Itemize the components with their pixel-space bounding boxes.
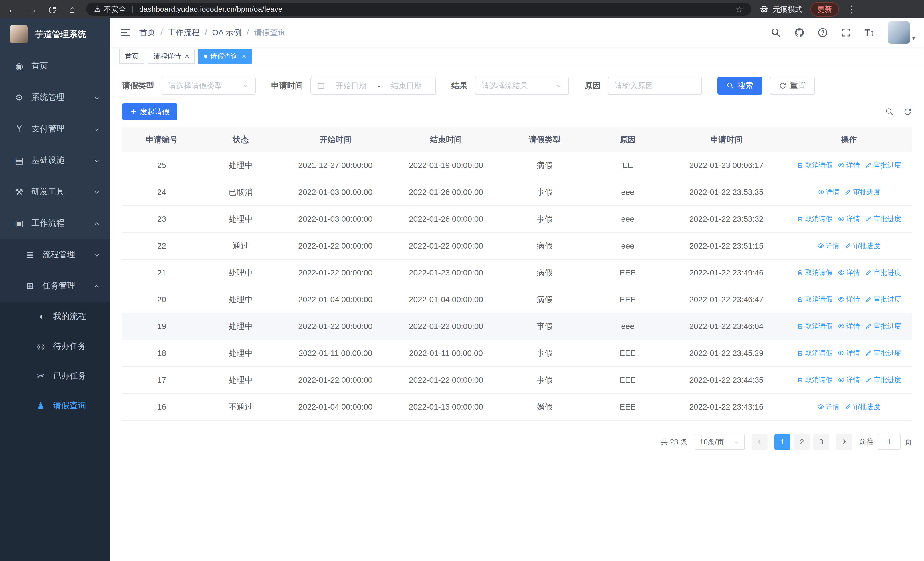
tab-流程详情[interactable]: 流程详情×: [148, 49, 195, 64]
progress-action[interactable]: 审批进度: [865, 295, 901, 304]
cancel-action[interactable]: 取消请假: [797, 268, 832, 277]
cell-actions: 取消请假详情审批进度: [786, 259, 912, 286]
sidebar-item-my-process[interactable]: ◖我的流程: [0, 302, 110, 331]
reset-button[interactable]: 重置: [770, 77, 815, 95]
refresh-table-icon[interactable]: [903, 107, 912, 116]
goto-page-input[interactable]: [878, 434, 901, 450]
sidebar-logo[interactable]: 芋道管理系统: [0, 18, 110, 50]
table-row: 20处理中2022-01-04 00:00:002022-01-04 00:00…: [122, 286, 912, 313]
sidebar-item-task-mgmt[interactable]: ⊞任务管理: [0, 270, 110, 302]
tab-首页[interactable]: 首页: [119, 49, 144, 64]
cancel-action[interactable]: 取消请假: [797, 375, 832, 385]
breadcrumb-item[interactable]: 首页: [139, 27, 155, 38]
goto-label: 前往: [859, 437, 874, 447]
sidebar-item-payment-mgmt[interactable]: ¥支付管理: [0, 113, 110, 144]
sidebar-item-home[interactable]: ◉首页: [0, 50, 110, 82]
breadcrumb-item[interactable]: OA 示例: [212, 27, 242, 38]
browser-menu-icon[interactable]: ⋮: [847, 3, 856, 15]
cancel-action[interactable]: 取消请假: [797, 349, 832, 358]
cancel-action[interactable]: 取消请假: [797, 161, 832, 170]
sidebar-item-dev-tools[interactable]: ⚒研发工具: [0, 176, 110, 208]
detail-action[interactable]: 详情: [838, 295, 860, 304]
sidebar-item-infrastructure[interactable]: ▤基础设施: [0, 144, 110, 176]
progress-action[interactable]: 审批进度: [844, 187, 880, 197]
search-button[interactable]: 搜索: [717, 77, 762, 95]
next-page-button[interactable]: [836, 434, 852, 450]
progress-action[interactable]: 审批进度: [865, 214, 901, 223]
cancel-action[interactable]: 取消请假: [797, 322, 832, 331]
progress-action[interactable]: 审批进度: [865, 375, 901, 385]
help-icon[interactable]: [818, 27, 828, 38]
search-icon[interactable]: [771, 27, 781, 38]
detail-action[interactable]: 详情: [838, 214, 860, 223]
sidebar-item-workflow[interactable]: ▣工作流程: [0, 208, 110, 239]
progress-action[interactable]: 审批进度: [865, 268, 901, 277]
cancel-action[interactable]: 取消请假: [797, 214, 832, 223]
result-label: 结果: [452, 80, 467, 91]
security-warning[interactable]: ⚠ 不安全: [94, 4, 126, 14]
menu-fold-icon[interactable]: [119, 27, 131, 39]
progress-action[interactable]: 审批进度: [865, 322, 901, 331]
cancel-action[interactable]: 取消请假: [797, 295, 832, 304]
cell-start: 2022-01-03 00:00:00: [280, 179, 391, 206]
reason-input[interactable]: [615, 81, 695, 90]
sidebar-item-leave-query[interactable]: ♟请假查询: [0, 391, 110, 420]
url-text: dashboard.yudao.iocoder.cn/bpm/oa/leave: [139, 5, 282, 14]
logo-avatar: [10, 25, 28, 44]
bookmark-star-icon[interactable]: ☆: [735, 4, 743, 14]
breadcrumb-separator: /: [246, 28, 249, 37]
result-select[interactable]: 请选择流结果: [475, 77, 569, 95]
total-count: 共 23 条: [661, 437, 688, 447]
progress-action[interactable]: 审批进度: [844, 402, 880, 411]
sidebar-item-system-mgmt[interactable]: ⚙系统管理: [0, 82, 110, 113]
hide-search-icon[interactable]: [885, 107, 894, 116]
cell-apply-time: 2022-01-22 23:46:47: [667, 286, 786, 313]
sidebar-item-process-mgmt[interactable]: ≣流程管理: [0, 239, 110, 270]
github-icon[interactable]: [794, 27, 804, 38]
detail-action[interactable]: 详情: [817, 402, 840, 411]
forward-button[interactable]: →: [26, 4, 38, 15]
page-size-select[interactable]: 10条/页: [694, 434, 745, 450]
detail-action[interactable]: 详情: [817, 187, 840, 197]
detail-action[interactable]: 详情: [838, 375, 860, 385]
close-icon[interactable]: ×: [242, 53, 246, 60]
sidebar-item-todo-tasks[interactable]: ◎待办任务: [0, 331, 110, 361]
page-button-2[interactable]: 2: [794, 434, 810, 450]
chevron-down-icon: [93, 156, 100, 165]
detail-action[interactable]: 详情: [838, 268, 860, 277]
page-button-3[interactable]: 3: [813, 434, 829, 450]
sidebar-item-done-tasks[interactable]: ✂已办任务: [0, 361, 110, 391]
back-button[interactable]: ←: [6, 4, 18, 15]
detail-action[interactable]: 详情: [838, 322, 860, 331]
detail-action[interactable]: 详情: [838, 349, 860, 358]
font-size-icon[interactable]: T↕: [864, 27, 874, 38]
user-avatar[interactable]: ▾: [888, 21, 915, 44]
fullscreen-icon[interactable]: [841, 27, 851, 38]
detail-action[interactable]: 详情: [817, 241, 840, 250]
progress-action[interactable]: 审批进度: [844, 241, 880, 250]
tab-请假查询[interactable]: 请假查询×: [198, 49, 252, 64]
home-button[interactable]: ⌂: [66, 4, 78, 15]
apply-time-range-picker[interactable]: 开始日期 - 结束日期: [310, 77, 436, 95]
cell-status: 处理中: [201, 152, 280, 179]
filter-form: 请假类型 请选择请假类型 申请时间 开始日期 - 结束日期: [122, 77, 912, 95]
cell-id: 18: [122, 340, 201, 367]
cell-status: 不通过: [201, 394, 280, 420]
progress-action[interactable]: 审批进度: [865, 349, 901, 358]
create-leave-button[interactable]: 发起请假: [122, 104, 177, 120]
breadcrumb-item[interactable]: 工作流程: [168, 27, 200, 38]
cell-actions: 详情审批进度: [786, 233, 912, 259]
page-button-1[interactable]: 1: [774, 434, 790, 450]
progress-action[interactable]: 审批进度: [865, 161, 901, 170]
tags-view: 首页流程详情×请假查询×: [110, 47, 924, 66]
cell-status: 处理中: [201, 340, 280, 367]
app-title: 芋道管理系统: [35, 29, 86, 40]
update-button[interactable]: 更新: [810, 2, 839, 17]
prev-page-button[interactable]: [752, 434, 768, 450]
close-icon[interactable]: ×: [185, 53, 189, 60]
reload-button[interactable]: [46, 4, 58, 15]
cell-end: 2022-01-23 00:00:00: [391, 259, 501, 286]
detail-action[interactable]: 详情: [838, 161, 860, 170]
leave-type-select[interactable]: 请选择请假类型: [162, 77, 256, 95]
url-bar[interactable]: ⚠ 不安全 | dashboard.yudao.iocoder.cn/bpm/o…: [86, 3, 751, 16]
